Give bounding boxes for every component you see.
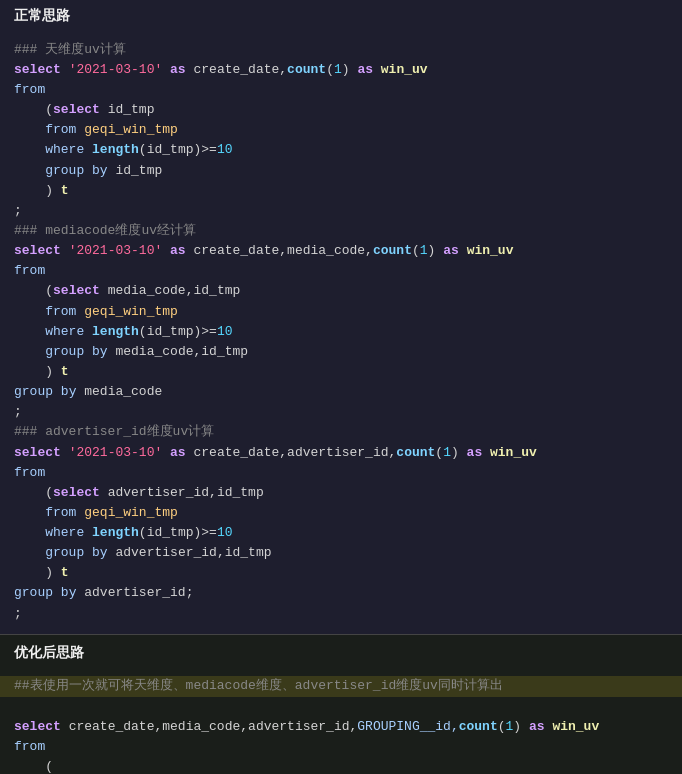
str-date-2: '2021-03-10' — [69, 243, 163, 258]
col-id-tmp-1: id_tmp — [108, 102, 155, 117]
table-geqi-2: geqi_win_tmp — [84, 304, 178, 319]
alias-t-1: t — [61, 183, 69, 198]
comment-2: ### mediacode维度uv经计算 — [14, 223, 196, 238]
col-create-date-2: create_date, — [193, 243, 287, 258]
alias-t-2: t — [61, 364, 69, 379]
kw-where-3: where — [45, 525, 84, 540]
kw-as-2: as — [357, 62, 373, 77]
kw-by-5: by — [61, 585, 77, 600]
col-id-tmp-3: id_tmp — [217, 485, 264, 500]
kw-select-2: select — [53, 102, 100, 117]
section-title-optimized: 优化后思路 — [0, 635, 682, 667]
code-block-normal: ### 天维度uv计算 select '2021-03-10' as creat… — [0, 30, 682, 634]
col-opt-create: create_date, — [69, 719, 163, 734]
fn-count-1: count — [287, 62, 326, 77]
semi-2: ; — [14, 404, 22, 419]
kw-select-4: select — [53, 283, 100, 298]
code-block-optimized: ##表使用一次就可将天维度、mediacode维度、advertiser_id维… — [0, 666, 682, 774]
kw-as-opt: as — [529, 719, 545, 734]
col-adv-id-2: advertiser_id, — [108, 485, 217, 500]
section-title-normal: 正常思路 — [0, 0, 682, 30]
fn-length-3: length — [92, 525, 139, 540]
kw-from-3: from — [14, 263, 45, 278]
kw-as-6: as — [467, 445, 483, 460]
kw-as-4: as — [443, 243, 459, 258]
kw-by-3: by — [61, 384, 77, 399]
kw-by-2: by — [92, 344, 108, 359]
alias-win-uv-2: win_uv — [467, 243, 514, 258]
fn-length-2: length — [92, 324, 139, 339]
kw-where-2: where — [45, 324, 84, 339]
col-media-id-grp-1: media_code, — [115, 344, 201, 359]
alias-t-3: t — [61, 565, 69, 580]
fn-count-opt: count — [459, 719, 498, 734]
kw-as-5: as — [170, 445, 186, 460]
semi-1: ; — [14, 203, 22, 218]
kw-select-3: select — [14, 243, 61, 258]
col-media-code-1: media_code, — [287, 243, 373, 258]
col-grouping: GROUPING__id, — [357, 719, 458, 734]
col-opt-media: media_code, — [162, 719, 248, 734]
kw-from-6: from — [45, 505, 76, 520]
col-adv-id-1: advertiser_id, — [287, 445, 396, 460]
col-adv-id-grp2: advertiser_id; — [84, 585, 193, 600]
col-media-code-2: media_code, — [108, 283, 194, 298]
table-geqi-1: geqi_win_tmp — [84, 122, 178, 137]
str-date-1: '2021-03-10' — [69, 62, 163, 77]
kw-from-opt-1: from — [14, 739, 45, 754]
kw-group-5: group — [14, 585, 53, 600]
kw-as-1: as — [170, 62, 186, 77]
fn-count-3: count — [396, 445, 435, 460]
kw-by-4: by — [92, 545, 108, 560]
kw-from-5: from — [14, 465, 45, 480]
str-date-3: '2021-03-10' — [69, 445, 163, 460]
col-id-tmp-2: id_tmp — [193, 283, 240, 298]
alias-win-uv-opt: win_uv — [552, 719, 599, 734]
kw-group-4: group — [45, 545, 84, 560]
table-geqi-3: geqi_win_tmp — [84, 505, 178, 520]
kw-from-4: from — [45, 304, 76, 319]
kw-where-1: where — [45, 142, 84, 157]
col-id-tmp-grp-1: id_tmp — [115, 163, 162, 178]
code-container: 正常思路 ### 天维度uv计算 select '2021-03-10' as … — [0, 0, 682, 774]
comment-opt-1: ##表使用一次就可将天维度、mediacode维度、advertiser_id维… — [14, 678, 503, 693]
kw-select-1: select — [14, 62, 61, 77]
kw-select-opt-1: select — [14, 719, 61, 734]
kw-group-1: group — [45, 163, 84, 178]
fn-count-2: count — [373, 243, 412, 258]
kw-from-1: from — [14, 82, 45, 97]
kw-group-2: group — [45, 344, 84, 359]
kw-select-5: select — [14, 445, 61, 460]
fn-length-1: length — [92, 142, 139, 157]
col-opt-adv: advertiser_id, — [248, 719, 357, 734]
comment-3: ### advertiser_id维度uv计算 — [14, 424, 214, 439]
comment-1: ### 天维度uv计算 — [14, 42, 126, 57]
alias-win-uv-3: win_uv — [490, 445, 537, 460]
col-media-code-grp: media_code — [84, 384, 162, 399]
kw-select-6: select — [53, 485, 100, 500]
kw-from-2: from — [45, 122, 76, 137]
kw-by-1: by — [92, 163, 108, 178]
col-adv-id-grp: advertiser_id, — [115, 545, 224, 560]
col-create-date-3: create_date, — [193, 445, 287, 460]
kw-as-3: as — [170, 243, 186, 258]
col-create-date-1: create_date, — [193, 62, 287, 77]
kw-group-3: group — [14, 384, 53, 399]
alias-win-uv-1: win_uv — [381, 62, 428, 77]
semi-3: ; — [14, 606, 22, 621]
